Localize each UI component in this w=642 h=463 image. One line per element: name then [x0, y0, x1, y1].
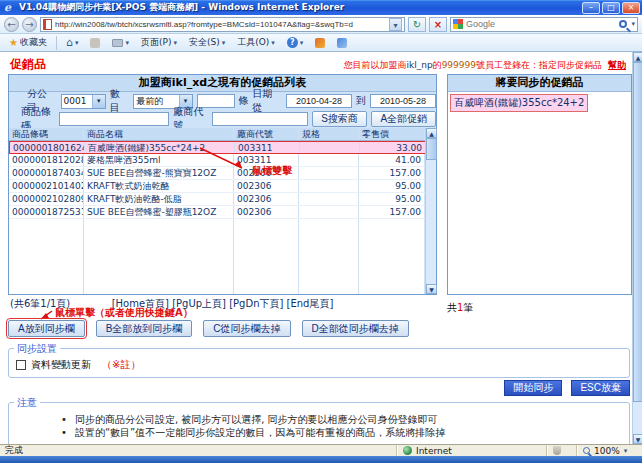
refresh-button[interactable]: ↻: [408, 17, 426, 32]
menu-page[interactable]: 页面(P) ▾: [138, 35, 180, 50]
login-status: 您目前以加盟商ikl_np的999999號員工登錄在：指定同步促銷品幫助: [344, 59, 627, 72]
stop-button[interactable]: ×: [429, 17, 447, 32]
sync-action-buttons: 開始同步 ESC放棄: [504, 380, 630, 396]
cell-barcode: 0000002102809: [9, 193, 84, 205]
chevron-down-icon: ▾: [300, 39, 304, 47]
cell-barcode: 0000001874034: [9, 167, 84, 179]
google-logo-icon: [453, 19, 463, 29]
maximize-button[interactable]: □: [602, 2, 620, 14]
promo-list-title: 加盟商ikl_xd之現有的促銷品列表: [9, 75, 436, 92]
menu-tools[interactable]: 工具(O) ▾: [234, 35, 278, 50]
cell-vendor: 002306: [234, 180, 299, 192]
action-button[interactable]: D全部從同步欄去掉: [302, 320, 409, 337]
date-to-input[interactable]: [370, 94, 436, 108]
scrollbar-thumb[interactable]: [426, 138, 437, 160]
cell-spec: [299, 193, 359, 205]
start-sync-button[interactable]: 開始同步: [504, 380, 562, 396]
cell-barcode: 0000001872531: [9, 206, 84, 218]
branch-select[interactable]: 0001 ▾: [61, 94, 106, 109]
print-button[interactable]: ▾: [109, 38, 132, 48]
status-bar: 完成 Internet 100% ▾: [0, 444, 642, 456]
filter-area: 分公司 0001 ▾ 數目 最前的 ▾ 條 日期從 到: [9, 92, 436, 128]
page-content: 促銷品 您目前以加盟商ikl_np的999999號員工登錄在：指定同步促銷品幫助…: [0, 52, 642, 444]
misc-icon: [337, 38, 347, 48]
cell-name: KRAFT軟式奶油乾酪: [84, 180, 234, 192]
esc-cancel-button[interactable]: ESC放棄: [571, 380, 630, 396]
notice-legend: 注意: [14, 396, 40, 410]
forward-button[interactable]: →: [22, 17, 37, 32]
printer-icon: [112, 39, 123, 47]
annotation-double-click: 鼠標雙擊: [252, 164, 292, 178]
data-change-checkbox[interactable]: [16, 360, 26, 370]
help-button[interactable]: ? ▾: [284, 36, 307, 49]
menu-safety[interactable]: 安全(S) ▾: [186, 35, 228, 50]
sync-item[interactable]: 百威啤酒(鐵罐)355cc*24+2: [450, 94, 588, 112]
cell-price: 95.00: [359, 180, 425, 192]
misc-toolbar-button-2[interactable]: [334, 37, 350, 49]
date-from-label: 日期從: [253, 87, 283, 115]
checkbox-label: 資料變動更新: [31, 358, 91, 372]
cell-spec: [299, 206, 359, 218]
misc-icon: [315, 38, 325, 48]
header-cell: 廠商代號: [234, 128, 299, 140]
search-input[interactable]: [466, 18, 617, 30]
zoom-control[interactable]: 100% ▾: [576, 445, 642, 456]
header-cell: 規格: [299, 128, 359, 140]
toolbar-separator: [56, 36, 57, 50]
barcode-input[interactable]: [59, 112, 169, 126]
scroll-down-icon[interactable]: ▼: [633, 434, 642, 444]
zoom-level: 100%: [594, 446, 620, 456]
cell-vendor: 002306: [234, 206, 299, 218]
notice-item: • 設置的“數目”值不一定能同步你設定的數目，因為可能有重複的商品，系統將排除掉: [61, 426, 629, 439]
address-dropdown-icon[interactable]: ▾: [389, 18, 402, 31]
action-button[interactable]: B全部放到同步欄: [96, 320, 193, 337]
misc-toolbar-button-1[interactable]: [312, 37, 328, 49]
scroll-up-icon[interactable]: ▲: [633, 52, 642, 62]
cell-price: 157.00: [359, 167, 425, 179]
window-title: V1.04購物網同步作業[X-POS 雲端商務網] - Windows Inte…: [19, 1, 582, 14]
close-button[interactable]: ×: [622, 2, 640, 14]
search-magnifier-icon[interactable]: [619, 20, 627, 28]
search-box: ▾: [450, 17, 638, 32]
help-link[interactable]: 幫助: [608, 60, 626, 70]
count-label: 數目: [110, 87, 130, 115]
sync-panel-title: 將要同步的促銷品: [448, 75, 631, 92]
all-promos-button[interactable]: A全部促銷品: [371, 111, 436, 127]
feeds-button[interactable]: [87, 37, 103, 49]
table-row[interactable]: 0000001872531 SUE BEE自營蜂蜜-塑膠瓶12OZ 002306…: [9, 206, 436, 219]
sync-panel: 將要同步的促銷品 百威啤酒(鐵罐)355cc*24+2: [447, 74, 632, 295]
home-icon: ⌂: [66, 38, 73, 48]
back-button[interactable]: ←: [4, 17, 19, 32]
table-row[interactable]: 0000002101402 KRAFT軟式奶油乾酪 002306 95.00: [9, 180, 436, 193]
home-button[interactable]: ⌂ ▾: [63, 37, 82, 49]
address-row: ← → ▾ ↻ × ▾: [0, 15, 642, 34]
scrollbar-thumb[interactable]: [633, 62, 642, 402]
search-dropdown-icon[interactable]: ▾: [631, 20, 635, 28]
table-row[interactable]: 0000002102809 KRAFT軟奶油乾酪-低脂 002306 95.00: [9, 193, 436, 206]
action-button[interactable]: C從同步欄去掉: [203, 320, 290, 337]
zoom-magnifier-icon: [583, 447, 590, 454]
date-from-input[interactable]: [286, 94, 352, 108]
page-scrollbar[interactable]: ▲ ▼: [632, 52, 642, 444]
cell-spec: [299, 180, 359, 192]
table-scrollbar[interactable]: ▲ ▼: [425, 128, 436, 294]
action-button[interactable]: A放到同步欄: [8, 320, 85, 337]
table-header-row: 商品條碼商品名稱廠商代號規格零售價: [9, 128, 436, 141]
scroll-down-icon[interactable]: ▼: [426, 284, 437, 294]
favorites-button[interactable]: ★ 收藏夹: [6, 35, 50, 50]
scroll-up-icon[interactable]: ▲: [426, 128, 437, 138]
notice-fieldset: 注意 • 同步的商品分公司設定, 被同步方可以選擇, 同步方的要以相應分公司身份…: [8, 402, 630, 444]
merchant-id: ikl_np: [407, 60, 433, 70]
favorites-label: 收藏夹: [20, 36, 47, 49]
minimize-button[interactable]: –: [582, 2, 600, 14]
favorites-star-icon: ★: [9, 37, 18, 48]
chevron-down-icon: ▾: [125, 39, 129, 47]
cell-price: 41.00: [359, 154, 425, 166]
cell-spec: [299, 167, 359, 179]
cell-name: SUE BEE自營蜂蜜-塑膠瓶12OZ: [84, 206, 234, 218]
bullet-icon: •: [61, 413, 67, 426]
vendor-input[interactable]: [212, 112, 308, 126]
search-products-button[interactable]: S搜索商品: [312, 111, 368, 127]
notice-item: • 同步的商品分公司設定, 被同步方可以選擇, 同步方的要以相應分公司身份登錄即…: [61, 413, 629, 426]
address-input[interactable]: [55, 18, 389, 30]
